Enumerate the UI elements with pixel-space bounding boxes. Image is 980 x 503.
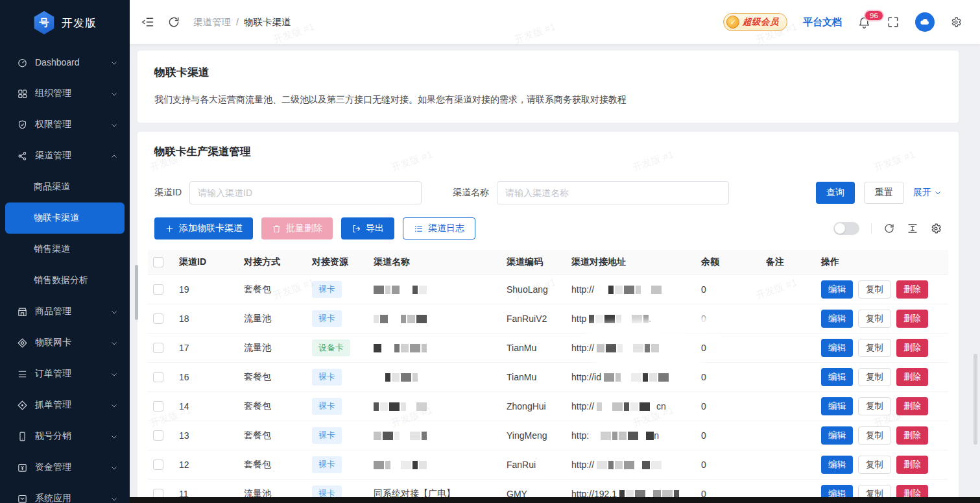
sidebar-item-1[interactable]: 组织管理 bbox=[0, 78, 130, 109]
column-settings-gear-icon[interactable] bbox=[930, 223, 942, 234]
refresh-page-icon[interactable] bbox=[167, 16, 180, 29]
sidebar-item-label: 渠道管理 bbox=[35, 150, 110, 162]
edit-button[interactable]: 编辑 bbox=[821, 397, 853, 415]
remark bbox=[761, 333, 816, 362]
row-checkbox[interactable] bbox=[153, 401, 163, 411]
sidebar-item-label: 物联卡渠道 bbox=[34, 212, 79, 224]
copy-button[interactable]: 复制 bbox=[858, 280, 891, 299]
sidebar-item-11[interactable]: 抓单管理 bbox=[0, 389, 130, 421]
sidebar-item-3[interactable]: 渠道管理 bbox=[0, 140, 130, 171]
copy-button[interactable]: 复制 bbox=[858, 310, 891, 328]
left-scrollbar-thumb[interactable] bbox=[135, 265, 138, 320]
sidebar-item-12[interactable]: 靓号分销 bbox=[0, 421, 130, 452]
table-row: 17流量池设备卡TianMuhttp:// 0编辑复制删除 bbox=[148, 333, 948, 362]
density-toggle[interactable] bbox=[833, 222, 859, 235]
remark bbox=[761, 421, 816, 450]
sidebar-item-9[interactable]: 物联网卡 bbox=[0, 327, 130, 358]
intro-card: 物联卡渠道 我们支持与各大运营商流量池、二级池以及第三方接口无缝对接。如果您有渠… bbox=[137, 51, 959, 123]
column-header-actions: 操作 bbox=[816, 250, 948, 275]
row-checkbox[interactable] bbox=[153, 430, 163, 441]
right-scrollbar-thumb[interactable] bbox=[974, 354, 977, 445]
delete-button[interactable]: 删除 bbox=[896, 397, 928, 415]
reset-button[interactable]: 重置 bbox=[864, 182, 904, 204]
list-icon bbox=[414, 224, 424, 234]
balance: 0 bbox=[696, 391, 761, 421]
sidebar-item-8[interactable]: 商品管理 bbox=[0, 296, 130, 327]
logo-icon: 号 bbox=[33, 11, 55, 34]
resource-tag: 设备卡 bbox=[312, 339, 350, 356]
batch-delete-button[interactable]: 批量删除 bbox=[261, 217, 333, 239]
collapse-sidebar-icon[interactable] bbox=[141, 16, 154, 29]
logo-title: 开发版 bbox=[62, 16, 97, 31]
edit-button[interactable]: 编辑 bbox=[821, 339, 853, 357]
sidebar-item-7[interactable]: 销售数据分析 bbox=[0, 265, 130, 296]
edit-button[interactable]: 编辑 bbox=[821, 280, 853, 299]
table-row: 12套餐包裸卡FanRuihttp:// 0编辑复制删除 bbox=[148, 450, 948, 479]
sidebar-item-10[interactable]: 订单管理 bbox=[0, 358, 130, 389]
delete-button[interactable]: 删除 bbox=[896, 280, 928, 299]
redacted-text bbox=[374, 461, 427, 469]
breadcrumb-current: 物联卡渠道 bbox=[244, 16, 291, 29]
vip-badge[interactable]: ✓ 超级会员 bbox=[723, 13, 787, 31]
sidebar-item-label: 销售数据分析 bbox=[34, 275, 88, 286]
copy-button[interactable]: 复制 bbox=[858, 456, 891, 474]
page-title: 物联卡渠道 bbox=[154, 65, 942, 80]
table-row: 13套餐包裸卡YingMenghttp: n0编辑复制删除 bbox=[148, 421, 948, 450]
delete-button[interactable]: 删除 bbox=[896, 368, 928, 386]
sidebar-item-0[interactable]: Dashboard bbox=[0, 47, 130, 78]
sidebar-item-14[interactable]: 系统应用 bbox=[0, 483, 130, 503]
edit-button[interactable]: 编辑 bbox=[821, 310, 853, 328]
breadcrumb-parent[interactable]: 渠道管理 bbox=[193, 16, 231, 29]
add-channel-button[interactable]: 添加物联卡渠道 bbox=[154, 217, 253, 239]
sidebar-item-4[interactable]: 商品渠道 bbox=[0, 171, 130, 202]
sidebar-item-2[interactable]: 权限管理 bbox=[0, 109, 130, 140]
copy-button[interactable]: 复制 bbox=[858, 339, 891, 357]
row-height-icon[interactable] bbox=[907, 223, 918, 234]
plus-icon bbox=[165, 224, 174, 234]
user-avatar[interactable] bbox=[915, 12, 935, 32]
select-all-checkbox[interactable] bbox=[153, 257, 163, 267]
copy-button[interactable]: 复制 bbox=[858, 426, 891, 445]
edit-button[interactable]: 编辑 bbox=[821, 426, 853, 445]
trash-icon bbox=[272, 224, 281, 234]
row-checkbox[interactable] bbox=[153, 284, 163, 295]
sidebar-item-13[interactable]: 资金管理 bbox=[0, 452, 130, 483]
edit-button[interactable]: 编辑 bbox=[821, 368, 853, 386]
copy-button[interactable]: 复制 bbox=[858, 397, 891, 415]
export-button[interactable]: 导出 bbox=[341, 217, 394, 239]
row-checkbox[interactable] bbox=[153, 460, 163, 470]
expand-link[interactable]: 展开 bbox=[913, 187, 942, 199]
table-row: 18流量池裸卡FanRuiV2http .0编辑复制删除 bbox=[148, 304, 948, 333]
redacted-text bbox=[374, 315, 427, 323]
channel-log-button[interactable]: 渠道日志 bbox=[403, 217, 475, 239]
channel-id-input[interactable] bbox=[189, 181, 422, 204]
settings-gear-icon[interactable] bbox=[950, 16, 962, 28]
fullscreen-icon[interactable] bbox=[887, 16, 900, 29]
column-header: 渠道名称 bbox=[368, 250, 501, 275]
column-header: 渠道编码 bbox=[501, 250, 566, 275]
app-logo[interactable]: 号 开发版 bbox=[0, 0, 130, 45]
platform-docs-link[interactable]: 平台文档 bbox=[803, 16, 842, 29]
row-checkbox[interactable] bbox=[153, 372, 163, 382]
sidebar-item-6[interactable]: 销售渠道 bbox=[0, 234, 130, 265]
edit-button[interactable]: 编辑 bbox=[821, 456, 853, 474]
row-checkbox[interactable] bbox=[153, 313, 163, 324]
query-button[interactable]: 查询 bbox=[816, 182, 855, 204]
channel-name-input[interactable] bbox=[497, 181, 729, 204]
copy-button[interactable]: 复制 bbox=[858, 368, 891, 386]
notification-bell-icon[interactable]: 96 bbox=[857, 16, 871, 29]
table-refresh-icon[interactable] bbox=[883, 223, 895, 234]
delete-button[interactable]: 删除 bbox=[896, 426, 928, 445]
delete-button[interactable]: 删除 bbox=[896, 339, 928, 357]
delete-button[interactable]: 删除 bbox=[896, 310, 928, 328]
redacted-text bbox=[589, 315, 649, 323]
delete-button[interactable]: 删除 bbox=[896, 456, 928, 474]
resource-tag: 裸卡 bbox=[312, 369, 342, 386]
channel-id: 13 bbox=[174, 421, 239, 450]
chevron-down-icon bbox=[110, 401, 118, 409]
redacted-text bbox=[597, 344, 659, 352]
sidebar-item-5-active[interactable]: 物联卡渠道 bbox=[5, 202, 125, 234]
row-checkbox[interactable] bbox=[153, 343, 163, 353]
table-row: 19套餐包裸卡ShuoLanghttp:// 0编辑复制删除 bbox=[148, 275, 948, 304]
redacted-text bbox=[374, 402, 427, 411]
